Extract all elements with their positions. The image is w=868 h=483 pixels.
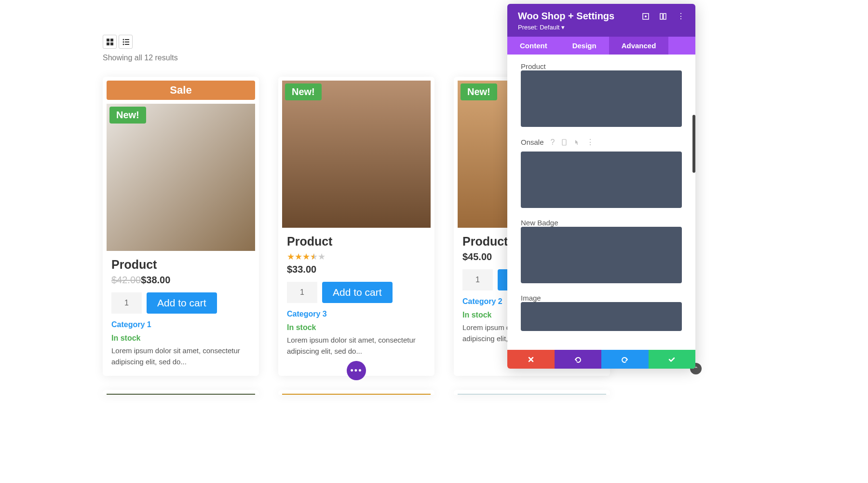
list-view-button[interactable] [119, 35, 133, 49]
svg-rect-14 [562, 139, 566, 145]
panel-tabs: Content Design Advanced [507, 37, 695, 55]
sale-badge: Sale [107, 81, 255, 100]
svg-rect-9 [125, 44, 129, 45]
sale-price: $38.00 [141, 275, 170, 285]
category-link[interactable]: Category 1 [111, 320, 250, 329]
svg-rect-0 [107, 39, 109, 41]
product-card[interactable]: Sale New! Product $42.00$38.00 Add to ca… [103, 77, 259, 376]
preset-label: Preset: [518, 24, 538, 31]
preset-value: Default [540, 24, 559, 31]
svg-rect-2 [107, 42, 109, 45]
svg-rect-5 [125, 39, 129, 40]
panel-title: Woo Shop + Settings [518, 11, 614, 22]
stock-status: In stock [287, 323, 426, 332]
ellipsis-icon: ••• [351, 366, 363, 376]
svg-rect-1 [110, 39, 113, 41]
chevron-down-icon: ▾ [561, 24, 565, 31]
product-card[interactable] [454, 390, 610, 395]
section-label-newbadge: New Badge [521, 219, 682, 227]
expand-icon[interactable] [642, 13, 649, 20]
product-card[interactable] [103, 390, 259, 395]
module-options-fab[interactable]: ••• [347, 361, 366, 380]
tab-advanced[interactable]: Advanced [609, 37, 669, 55]
snap-icon[interactable] [660, 13, 666, 20]
svg-point-6 [122, 41, 124, 42]
star-rating: ★★★★★★ [287, 251, 426, 262]
section-label-onsale: Onsale [521, 138, 544, 146]
settings-panel: Woo Shop + Settings ⋮ Preset: Default ▾ … [507, 4, 695, 369]
category-link[interactable]: Category 3 [287, 310, 426, 318]
svg-rect-3 [110, 42, 113, 45]
save-button[interactable] [649, 350, 696, 369]
css-input-newbadge[interactable] [521, 227, 682, 283]
close-icon [528, 356, 534, 363]
quantity-input[interactable] [111, 292, 142, 314]
css-input-image[interactable] [521, 302, 682, 331]
list-icon [122, 39, 129, 45]
preset-selector[interactable]: Preset: Default ▾ [518, 24, 685, 31]
svg-rect-7 [125, 41, 129, 42]
help-icon[interactable]: ? [551, 138, 555, 147]
old-price: $42.00 [111, 275, 141, 285]
grid-view-button[interactable] [103, 35, 117, 49]
cancel-button[interactable] [507, 350, 555, 369]
product-title[interactable]: Product [287, 235, 426, 248]
svg-rect-13 [664, 14, 666, 19]
next-row-products [103, 390, 610, 395]
panel-footer [507, 350, 695, 369]
product-description: Lorem ipsum dolor sit amet, consectetur … [287, 335, 426, 357]
panel-scrollbar[interactable] [692, 115, 695, 173]
panel-body[interactable]: Product Onsale ? ⋮ New Badge Image [507, 55, 695, 350]
product-card[interactable]: New! Product ★★★★★★ $33.00 Add to cart C… [278, 77, 434, 376]
kebab-menu-icon[interactable]: ⋮ [677, 12, 685, 21]
tab-content[interactable]: Content [507, 37, 560, 55]
kebab-menu-icon[interactable]: ⋮ [586, 138, 594, 147]
redo-button[interactable] [601, 350, 649, 369]
section-label-image: Image [521, 294, 682, 302]
add-to-cart-button[interactable]: Add to cart [147, 292, 217, 314]
css-input-onsale[interactable] [521, 152, 682, 208]
product-image[interactable] [107, 104, 255, 251]
new-badge: New! [461, 83, 497, 100]
css-input-product[interactable] [521, 70, 682, 127]
shop-main: Showing all 12 results Sale New! Product… [0, 0, 868, 376]
undo-button[interactable] [555, 350, 602, 369]
quantity-input[interactable] [462, 269, 493, 290]
undo-icon [574, 356, 582, 363]
panel-header[interactable]: Woo Shop + Settings ⋮ Preset: Default ▾ [507, 4, 695, 37]
product-price: $42.00$38.00 [111, 275, 250, 286]
stock-status: In stock [111, 334, 250, 343]
quantity-input[interactable] [287, 282, 317, 303]
add-to-cart-button[interactable]: Add to cart [322, 282, 393, 303]
price: $45.00 [462, 251, 492, 262]
svg-rect-12 [660, 14, 663, 19]
check-icon [668, 356, 676, 363]
price: $33.00 [287, 264, 316, 275]
svg-point-11 [645, 15, 647, 17]
product-card[interactable] [278, 390, 434, 395]
new-badge: New! [109, 107, 146, 124]
product-title[interactable]: Product [111, 258, 250, 272]
section-label-product: Product [521, 62, 682, 70]
new-badge: New! [285, 83, 322, 100]
device-icon[interactable] [561, 139, 567, 146]
grid-icon [107, 39, 113, 45]
hover-icon[interactable] [574, 139, 580, 146]
svg-point-4 [122, 39, 124, 40]
svg-point-8 [122, 43, 124, 45]
product-description: Lorem ipsum dolor sit amet, consectetur … [111, 345, 250, 367]
product-image[interactable] [282, 81, 431, 228]
product-price: $33.00 [287, 264, 426, 275]
tab-design[interactable]: Design [560, 37, 609, 55]
redo-icon [621, 356, 629, 363]
